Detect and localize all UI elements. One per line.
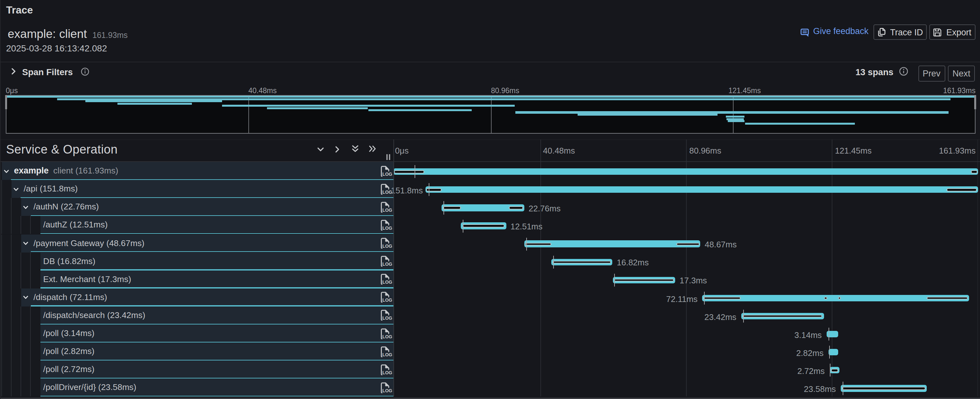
svg-text:LOG: LOG (382, 370, 392, 375)
svg-text:LOG: LOG (382, 190, 392, 195)
svg-text:LOG: LOG (382, 280, 392, 285)
svg-text:LOG: LOG (382, 334, 392, 339)
svg-text:LOG: LOG (382, 298, 392, 303)
svg-text:LOG: LOG (382, 316, 392, 321)
svg-text:LOG: LOG (382, 244, 392, 249)
svg-text:LOG: LOG (382, 388, 392, 393)
svg-text:LOG: LOG (382, 262, 392, 267)
svg-text:LOG: LOG (382, 172, 392, 177)
svg-text:LOG: LOG (382, 207, 392, 213)
svg-text:LOG: LOG (382, 352, 392, 357)
svg-text:LOG: LOG (382, 225, 392, 231)
